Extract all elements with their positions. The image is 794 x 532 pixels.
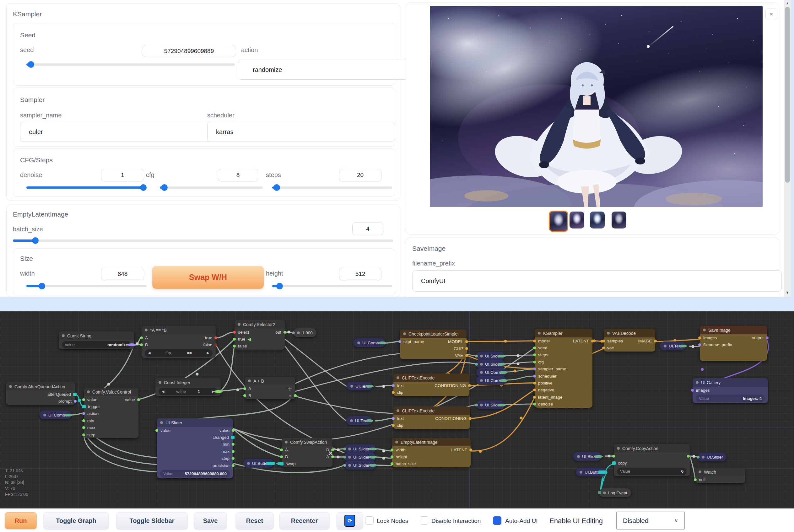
collapse-dot-icon[interactable] — [238, 323, 241, 326]
value-widget[interactable]: valuerandomize — [62, 341, 131, 348]
node-ui-combo-scheduler[interactable]: UI.Combo — [476, 376, 506, 385]
port-out-value[interactable] — [128, 343, 136, 346]
node-compare[interactable]: *A == *B Atrue Bfalse ◀Op.==▶ — [141, 326, 216, 358]
scrollbar-thumb[interactable] — [785, 7, 790, 183]
reset-button[interactable]: Reset — [236, 512, 273, 529]
port-out-changed[interactable] — [231, 436, 234, 439]
port-out-max[interactable] — [232, 450, 234, 453]
port-in-a[interactable] — [140, 337, 143, 339]
collapse-dot-icon[interactable] — [145, 329, 148, 331]
port-in[interactable] — [697, 456, 699, 459]
port-out[interactable] — [499, 379, 508, 382]
port-out-result[interactable] — [294, 394, 297, 397]
seed-slider-thumb[interactable] — [27, 61, 34, 68]
refresh-button[interactable]: ⟳ — [337, 512, 363, 529]
denoise-slider[interactable] — [26, 186, 147, 189]
thumbnail-3[interactable] — [590, 211, 605, 228]
collapse-dot-icon[interactable] — [9, 385, 12, 388]
port-out[interactable] — [594, 455, 603, 458]
port-out-latent[interactable] — [591, 340, 594, 342]
auto-add-ui-checkbox[interactable] — [493, 516, 502, 525]
port-out-value[interactable] — [232, 429, 234, 432]
batch-size-slider[interactable] — [13, 240, 393, 242]
steps-slider[interactable] — [272, 186, 392, 189]
port-out-value[interactable] — [137, 398, 140, 401]
port-in-cfg[interactable] — [533, 361, 536, 363]
height-input[interactable]: 512 — [339, 268, 381, 280]
port-out[interactable] — [497, 355, 506, 358]
node-vae-decode[interactable]: VAEDecode samplesIMAGE vae — [604, 329, 655, 352]
seed-slider[interactable] — [26, 63, 235, 65]
port-out[interactable] — [365, 385, 374, 387]
port-in-ckpt-name[interactable] — [398, 340, 401, 343]
port-in-steps[interactable] — [533, 354, 536, 356]
collapse-dot-icon[interactable] — [403, 332, 406, 335]
collapse-dot-icon[interactable] — [248, 379, 251, 382]
port-in-select[interactable] — [233, 331, 236, 334]
recenter-button[interactable]: Recenter — [279, 512, 329, 529]
port-in-b[interactable] — [280, 455, 283, 458]
close-icon[interactable]: × — [765, 8, 777, 20]
collapse-dot-icon[interactable] — [397, 409, 399, 412]
node-add[interactable]: A + B A+ B= — [245, 377, 295, 399]
thumbnail-2[interactable] — [569, 211, 584, 228]
port-in[interactable] — [475, 363, 478, 366]
port-in-seed[interactable] — [533, 346, 536, 349]
port-in-samples[interactable] — [602, 340, 605, 342]
node-ui-text-positive[interactable]: UI.Text — [346, 382, 372, 391]
collapse-dot-icon[interactable] — [158, 381, 162, 384]
port-out[interactable] — [499, 371, 508, 374]
node-ui-slider-width[interactable]: UI.Slider — [344, 444, 376, 453]
port-in-action[interactable] — [82, 412, 85, 415]
node-clip-text-encode-negative[interactable]: CLIPTextEncode textCONDITIONING clip — [393, 406, 470, 429]
port-in-step[interactable] — [82, 434, 85, 436]
port-out-true[interactable] — [214, 337, 217, 339]
port-in[interactable] — [475, 404, 478, 406]
node-value-control[interactable]: Comfy.ValueControl valuevalue trigger ac… — [84, 387, 138, 438]
port-in-text[interactable] — [392, 384, 395, 387]
port-out-value[interactable] — [687, 455, 690, 458]
port-in[interactable] — [475, 355, 478, 358]
collapse-dot-icon[interactable] — [617, 447, 620, 450]
collapse-dot-icon[interactable] — [696, 381, 699, 384]
port-in-vae[interactable] — [602, 346, 605, 349]
randomize-button[interactable]: randomize — [238, 60, 407, 80]
port-out-model[interactable] — [465, 340, 468, 343]
port-in-a[interactable] — [243, 387, 246, 390]
port-out-conditioning[interactable] — [469, 417, 472, 420]
port-in[interactable] — [598, 491, 601, 494]
op-widget[interactable]: ◀Op.==▶ — [145, 349, 212, 357]
node-checkpoint-loader[interactable]: CheckpointLoaderSimple ckpt_nameMODEL CL… — [400, 329, 467, 359]
collapse-dot-icon[interactable] — [87, 391, 90, 393]
port-out-conditioning[interactable] — [468, 384, 471, 387]
disable-interaction-checkbox[interactable] — [420, 516, 428, 525]
port-in-width[interactable] — [391, 449, 393, 451]
node-ui-combo-ckpt[interactable]: UI.Combo — [354, 338, 385, 347]
collapse-dot-icon[interactable] — [160, 421, 163, 424]
node-selector2[interactable]: Comfy.Selector2 selectout true◀ false — [234, 320, 285, 350]
port-in-clip[interactable] — [392, 391, 395, 394]
port-in-true[interactable] — [233, 338, 236, 341]
collapse-dot-icon[interactable] — [699, 471, 701, 473]
batch-size-slider-thumb[interactable] — [32, 237, 39, 244]
node-save-image[interactable]: SaveImage imagesoutput filename_prefix — [700, 326, 767, 361]
port-in[interactable] — [343, 456, 346, 459]
port-out[interactable] — [266, 462, 275, 465]
node-ui-slider-copy-in[interactable]: UI.Slider — [573, 452, 602, 461]
node-ui-slider-batch[interactable]: UI.Slider — [344, 461, 376, 470]
port-in-denoise[interactable] — [533, 403, 536, 405]
port-out[interactable] — [497, 404, 506, 406]
port-out-latent[interactable] — [469, 449, 472, 451]
steps-slider-thumb[interactable] — [273, 184, 280, 191]
scroll-down-icon[interactable]: ▼ — [784, 290, 790, 295]
node-empty-latent-image[interactable]: EmptyLatentImage widthLATENT height batc… — [392, 438, 471, 467]
port-out-value[interactable] — [214, 390, 223, 393]
node-ui-button-copy[interactable]: UI.Button — [576, 468, 606, 476]
denoise-slider-thumb[interactable] — [140, 184, 147, 191]
port-out[interactable] — [365, 419, 373, 422]
port-out[interactable] — [679, 345, 687, 347]
port-out[interactable] — [378, 341, 386, 344]
sampler-name-input[interactable]: euler — [20, 122, 212, 142]
port-in-min[interactable] — [82, 419, 85, 422]
port-in-images[interactable] — [691, 389, 694, 392]
